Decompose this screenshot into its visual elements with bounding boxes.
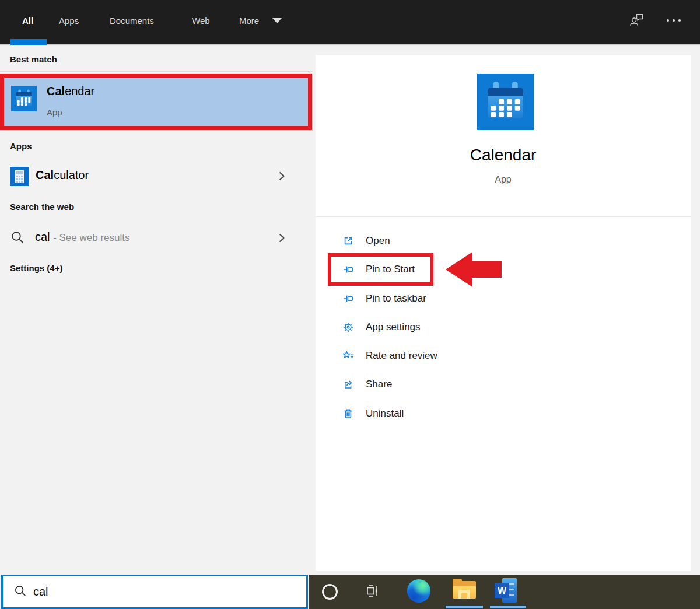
action-label: Pin to taskbar bbox=[366, 293, 426, 304]
running-indicator-word bbox=[490, 606, 526, 608]
result-calculator-title: Calculator bbox=[36, 169, 89, 182]
action-rate-and-review[interactable]: Rate and review bbox=[327, 342, 677, 370]
tab-web[interactable]: Web bbox=[192, 16, 210, 26]
search-web-heading: Search the web bbox=[10, 202, 74, 212]
best-match-heading: Best match bbox=[10, 54, 57, 64]
calendar-app-icon-large bbox=[477, 74, 534, 130]
more-options-icon[interactable] bbox=[665, 17, 682, 24]
edge-icon[interactable] bbox=[407, 579, 430, 603]
tab-apps[interactable]: Apps bbox=[59, 16, 79, 26]
chevron-right-icon bbox=[278, 232, 285, 244]
active-tab-indicator bbox=[10, 39, 47, 45]
running-indicator-file-explorer bbox=[446, 606, 483, 608]
action-open[interactable]: Open bbox=[327, 227, 677, 255]
best-match-subtitle: App bbox=[47, 107, 62, 117]
action-pin-to-taskbar[interactable]: Pin to taskbar bbox=[327, 285, 677, 313]
file-explorer-icon[interactable] bbox=[452, 579, 477, 601]
chevron-right-icon bbox=[278, 170, 285, 182]
settings-heading: Settings (4+) bbox=[10, 263, 62, 273]
annotation-box-pin-to-start bbox=[328, 253, 433, 286]
action-label: Share bbox=[366, 379, 392, 390]
task-view-button[interactable] bbox=[363, 582, 381, 600]
action-label: Rate and review bbox=[366, 350, 438, 362]
share-icon bbox=[342, 379, 354, 390]
annotation-arrow-left-icon bbox=[446, 252, 502, 287]
pin-icon bbox=[342, 293, 354, 304]
search-icon bbox=[13, 584, 27, 598]
action-label: Uninstall bbox=[366, 408, 404, 419]
word-logo-letter: W bbox=[495, 583, 509, 598]
apps-heading: Apps bbox=[10, 141, 32, 151]
action-label: Open bbox=[366, 235, 390, 247]
rate-review-icon bbox=[342, 350, 354, 362]
web-result-text: cal - See web results bbox=[35, 230, 130, 244]
search-icon bbox=[10, 230, 25, 245]
open-icon bbox=[342, 235, 354, 247]
word-icon[interactable]: W bbox=[495, 578, 518, 603]
result-see-web-results[interactable]: cal - See web results bbox=[0, 223, 312, 253]
chevron-down-icon bbox=[272, 18, 282, 23]
action-label: App settings bbox=[366, 321, 421, 333]
best-match-title: Calendar bbox=[47, 85, 94, 98]
preview-app-name: Calendar bbox=[316, 146, 691, 164]
divider bbox=[0, 71, 312, 72]
gear-icon bbox=[342, 321, 354, 333]
preview-panel bbox=[316, 55, 691, 570]
cortana-button[interactable] bbox=[322, 584, 338, 600]
divider bbox=[316, 216, 691, 217]
tab-documents[interactable]: Documents bbox=[110, 16, 154, 26]
calculator-app-icon bbox=[10, 167, 29, 186]
search-input[interactable] bbox=[33, 583, 290, 600]
tab-more[interactable]: More bbox=[239, 16, 259, 26]
result-calculator[interactable]: Calculator bbox=[0, 159, 312, 194]
trash-icon bbox=[342, 408, 354, 419]
search-header: All Apps Documents Web More bbox=[0, 0, 700, 45]
action-share[interactable]: Share bbox=[327, 370, 677, 398]
preview-app-type: App bbox=[316, 174, 691, 185]
windows-search-flyout: All Apps Documents Web More Best match C… bbox=[0, 0, 700, 609]
tab-all[interactable]: All bbox=[22, 16, 33, 26]
taskbar-search-box[interactable] bbox=[1, 575, 308, 609]
feedback-icon[interactable] bbox=[629, 12, 645, 28]
action-uninstall[interactable]: Uninstall bbox=[327, 400, 677, 428]
best-match-result-calendar[interactable] bbox=[0, 74, 312, 130]
calendar-app-icon bbox=[11, 86, 37, 111]
action-app-settings[interactable]: App settings bbox=[327, 313, 677, 341]
